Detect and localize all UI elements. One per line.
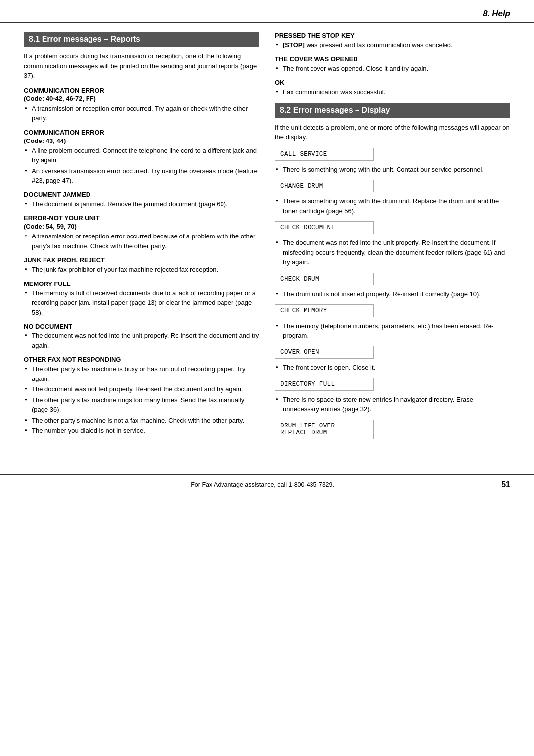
- page-container: 8. Help 8.1 Error messages – Reports If …: [0, 0, 534, 756]
- msg-box-check-drum: CHECK DRUM: [275, 273, 374, 285]
- list-item: A transmission or reception error occurr…: [24, 104, 259, 123]
- comm-error-1-title: COMMUNICATION ERROR: [24, 87, 259, 94]
- comm-error-2-subtitle: (Code: 43, 44): [24, 137, 259, 144]
- ok-title: OK: [275, 79, 510, 86]
- list-item: There is something wrong with the unit. …: [275, 165, 510, 175]
- subsection-memory-full: MEMORY FULL The memory is full of receiv…: [24, 280, 259, 318]
- comm-error-2-list: A line problem occurred. Connect the tel…: [24, 146, 259, 186]
- pressed-stop-title: PRESSED THE STOP KEY: [275, 32, 510, 39]
- list-item: The number you dialed is not in service.: [24, 426, 259, 436]
- subsection-other-fax: OTHER FAX NOT RESPONDING The other party…: [24, 356, 259, 436]
- no-document-list: The document was not fed into the unit p…: [24, 331, 259, 350]
- list-item: An overseas transmission error occurred.…: [24, 166, 259, 186]
- list-item: The memory (telephone numbers, parameter…: [275, 321, 510, 340]
- list-item: There is something wrong with the drum u…: [275, 196, 510, 216]
- cover-opened-title: THE COVER WAS OPENED: [275, 55, 510, 63]
- check-drum-list: The drum unit is not inserted properly. …: [275, 289, 510, 299]
- subsection-check-document: CHECK DOCUMENT The document was not fed …: [275, 221, 510, 267]
- header-title: 8. Help: [483, 9, 510, 19]
- subsection-change-drum: CHANGE DRUM There is something wrong wit…: [275, 180, 510, 216]
- list-item: The drum unit is not inserted properly. …: [275, 289, 510, 299]
- section-81-title: 8.1 Error messages – Reports: [29, 35, 140, 43]
- section-82-heading: 8.2 Error messages – Display: [275, 103, 510, 118]
- change-drum-list: There is something wrong with the drum u…: [275, 196, 510, 216]
- error-not-unit-subtitle: (Code: 54, 59, 70): [24, 223, 259, 230]
- ok-list: Fax communication was successful.: [275, 87, 510, 97]
- section-82-intro: If the unit detects a problem, one or mo…: [275, 123, 510, 142]
- subsection-drum-life: DRUM LIFE OVER REPLACE DRUM: [275, 420, 510, 439]
- subsection-comm-error-2: COMMUNICATION ERROR (Code: 43, 44) A lin…: [24, 129, 259, 186]
- comm-error-2-title: COMMUNICATION ERROR: [24, 129, 259, 136]
- doc-jammed-title: DOCUMENT JAMMED: [24, 191, 259, 198]
- subsection-doc-jammed: DOCUMENT JAMMED The document is jammed. …: [24, 191, 259, 209]
- subsection-ok: OK Fax communication was successful.: [275, 79, 510, 97]
- section-82-title: 8.2 Error messages – Display: [280, 106, 390, 114]
- subsection-directory-full: DIRECTORY FULL There is no space to stor…: [275, 378, 510, 414]
- list-item: There is no space to store new entries i…: [275, 395, 510, 414]
- subsection-no-document: NO DOCUMENT The document was not fed int…: [24, 323, 259, 350]
- other-fax-list: The other party's fax machine is busy or…: [24, 364, 259, 436]
- page-header: 8. Help: [0, 0, 534, 23]
- memory-full-list: The memory is full of received documents…: [24, 288, 259, 318]
- list-item: The document was not fed into the unit p…: [24, 331, 259, 350]
- no-document-title: NO DOCUMENT: [24, 323, 259, 330]
- error-not-unit-title: ERROR-NOT YOUR UNIT: [24, 214, 259, 222]
- cover-opened-list: The front cover was opened. Close it and…: [275, 64, 510, 74]
- msg-box-call-service: CALL SERVICE: [275, 148, 374, 161]
- subsection-call-service: CALL SERVICE There is something wrong wi…: [275, 148, 510, 175]
- list-item: The memory is full of received documents…: [24, 288, 259, 318]
- other-fax-title: OTHER FAX NOT RESPONDING: [24, 356, 259, 363]
- check-document-list: The document was not fed into the unit p…: [275, 238, 510, 267]
- subsection-junk-fax: JUNK FAX PROH. REJECT The junk fax prohi…: [24, 256, 259, 275]
- pressed-stop-list: [STOP] was pressed and fax communication…: [275, 40, 510, 50]
- list-item: The other party's machine is not a fax m…: [24, 416, 259, 425]
- directory-full-list: There is no space to store new entries i…: [275, 395, 510, 414]
- subsection-check-drum: CHECK DRUM The drum unit is not inserted…: [275, 273, 510, 299]
- list-item: The front cover was opened. Close it and…: [275, 64, 510, 74]
- list-item: The front cover is open. Close it.: [275, 363, 510, 373]
- error-not-unit-list: A transmission or reception error occurr…: [24, 232, 259, 251]
- msg-box-cover-open: COVER OPEN: [275, 346, 374, 359]
- msg-box-directory-full: DIRECTORY FULL: [275, 378, 374, 391]
- comm-error-1-subtitle: (Code: 40-42, 46-72, FF): [24, 95, 259, 102]
- subsection-check-memory: CHECK MEMORY The memory (telephone numbe…: [275, 304, 510, 340]
- right-column: PRESSED THE STOP KEY [STOP] was pressed …: [275, 23, 510, 445]
- left-column: 8.1 Error messages – Reports If a proble…: [24, 23, 259, 445]
- list-item: Fax communication was successful.: [275, 87, 510, 97]
- list-item: The document was not fed into the unit p…: [275, 238, 510, 267]
- list-item: [STOP] was pressed and fax communication…: [275, 40, 510, 50]
- msg-box-check-memory: CHECK MEMORY: [275, 304, 374, 317]
- memory-full-title: MEMORY FULL: [24, 280, 259, 287]
- footer-text: For Fax Advantage assistance, call 1-800…: [24, 481, 501, 488]
- comm-error-1-list: A transmission or reception error occurr…: [24, 104, 259, 123]
- subsection-comm-error-1: COMMUNICATION ERROR (Code: 40-42, 46-72,…: [24, 87, 259, 123]
- list-item: The other party's fax machine is busy or…: [24, 364, 259, 383]
- subsection-error-not-unit: ERROR-NOT YOUR UNIT (Code: 54, 59, 70) A…: [24, 214, 259, 251]
- junk-fax-title: JUNK FAX PROH. REJECT: [24, 256, 259, 264]
- subsection-pressed-stop: PRESSED THE STOP KEY [STOP] was pressed …: [275, 32, 510, 50]
- call-service-list: There is something wrong with the unit. …: [275, 165, 510, 175]
- check-memory-list: The memory (telephone numbers, parameter…: [275, 321, 510, 340]
- doc-jammed-list: The document is jammed. Remove the jamme…: [24, 199, 259, 209]
- msg-box-change-drum: CHANGE DRUM: [275, 180, 374, 192]
- msg-box-check-document: CHECK DOCUMENT: [275, 221, 374, 234]
- section-81-intro: If a problem occurs during fax transmiss…: [24, 51, 259, 81]
- list-item: The junk fax prohibitor of your fax mach…: [24, 265, 259, 275]
- list-item: The document is jammed. Remove the jamme…: [24, 199, 259, 209]
- msg-box-drum-life: DRUM LIFE OVER REPLACE DRUM: [275, 420, 374, 439]
- page-number: 51: [501, 480, 510, 489]
- subsection-cover-opened: THE COVER WAS OPENED The front cover was…: [275, 55, 510, 74]
- subsection-cover-open: COVER OPEN The front cover is open. Clos…: [275, 346, 510, 373]
- junk-fax-list: The junk fax prohibitor of your fax mach…: [24, 265, 259, 275]
- page-footer: For Fax Advantage assistance, call 1-800…: [0, 474, 534, 494]
- cover-open-list: The front cover is open. Close it.: [275, 363, 510, 373]
- list-item: The document was not fed properly. Re-in…: [24, 384, 259, 394]
- section-81-heading: 8.1 Error messages – Reports: [24, 32, 259, 47]
- list-item: A line problem occurred. Connect the tel…: [24, 146, 259, 165]
- list-item: A transmission or reception error occurr…: [24, 232, 259, 251]
- list-item: The other party's fax machine rings too …: [24, 395, 259, 415]
- main-content: 8.1 Error messages – Reports If a proble…: [0, 23, 534, 445]
